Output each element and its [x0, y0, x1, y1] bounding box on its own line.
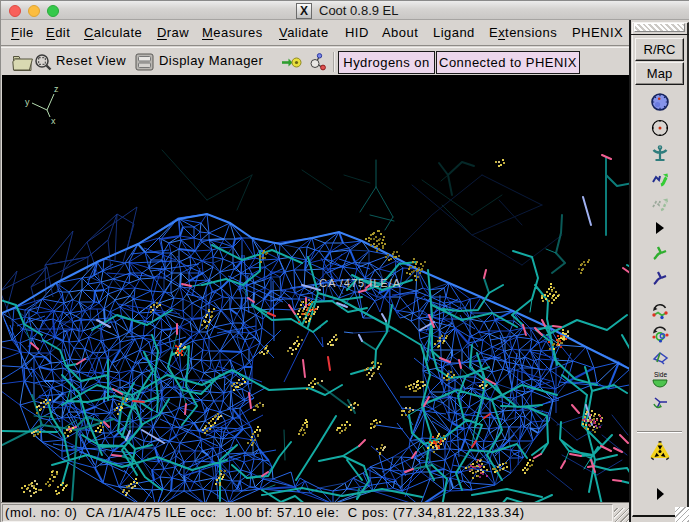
svg-text:y: y — [25, 97, 30, 107]
svg-text:CA /475 ILE/A: CA /475 ILE/A — [319, 277, 401, 289]
svg-text:x: x — [51, 116, 56, 126]
svg-text:z: z — [54, 84, 59, 94]
svg-text:Side: Side — [654, 371, 667, 378]
